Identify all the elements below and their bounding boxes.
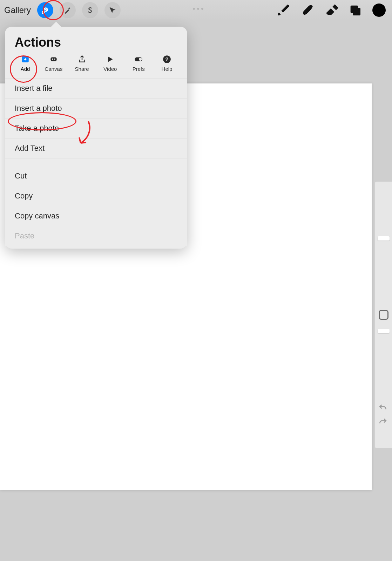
play-icon [105, 55, 115, 64]
menu-cut[interactable]: Cut [5, 166, 187, 186]
svg-rect-3 [50, 58, 56, 61]
tab-label: Prefs [133, 66, 145, 72]
modify-handle-icon[interactable] [193, 8, 203, 10]
cursor-arrow-icon [108, 6, 117, 15]
redo-button[interactable] [376, 415, 390, 429]
share-icon [77, 55, 87, 64]
toggle-icon [133, 55, 144, 64]
menu-insert-photo[interactable]: Insert a photo [5, 98, 187, 118]
menu-add-text[interactable]: Add Text [5, 138, 187, 158]
tab-label: Help [162, 66, 173, 72]
eraser-icon [324, 3, 338, 17]
gallery-button[interactable]: Gallery [4, 5, 31, 15]
tab-prefs[interactable]: Prefs [126, 55, 151, 72]
actions-popover: Actions Add Canvas Share Video Prefs ? H… [5, 27, 187, 249]
adjustments-button[interactable] [60, 2, 76, 18]
tab-share[interactable]: Share [69, 55, 95, 72]
tab-add[interactable]: Add [13, 55, 38, 72]
wand-icon [63, 6, 72, 15]
brush-size-slider[interactable] [378, 184, 389, 302]
eraser-tool-button[interactable] [323, 1, 340, 19]
tab-help[interactable]: ? Help [154, 55, 180, 72]
undo-icon [378, 403, 387, 412]
canvas-crop-icon [48, 55, 59, 64]
redo-icon [378, 417, 387, 426]
layers-icon [348, 3, 362, 17]
color-swatch-icon [372, 4, 386, 17]
undo-redo-group [376, 401, 390, 429]
menu-copy-canvas[interactable]: Copy canvas [5, 206, 187, 226]
svg-point-5 [139, 58, 142, 61]
wrench-icon [41, 6, 50, 15]
popover-title: Actions [5, 27, 187, 55]
menu-paste: Paste [5, 226, 187, 246]
menu-insert-file[interactable]: Insert a file [5, 78, 187, 98]
color-button[interactable] [370, 1, 388, 19]
menu-copy[interactable]: Copy [5, 186, 187, 206]
svg-text:?: ? [165, 56, 168, 62]
tab-label: Share [75, 66, 89, 72]
tab-label: Video [103, 66, 117, 72]
top-toolbar: Gallery [0, 0, 392, 20]
undo-button[interactable] [376, 401, 390, 415]
paintbrush-icon [277, 3, 291, 17]
brush-tool-button[interactable] [275, 1, 292, 19]
tab-video[interactable]: Video [97, 55, 123, 72]
layers-button[interactable] [346, 1, 364, 19]
svg-rect-1 [353, 8, 360, 15]
actions-tabs: Add Canvas Share Video Prefs ? Help [5, 55, 187, 78]
tab-label: Canvas [45, 66, 62, 72]
actions-wrench-button[interactable] [37, 2, 53, 18]
selection-s-icon [86, 6, 95, 15]
menu-take-photo[interactable]: Take a photo [5, 118, 187, 138]
smudge-icon [300, 3, 315, 17]
tab-label: Add [21, 66, 30, 72]
add-image-icon [20, 55, 31, 64]
selection-button[interactable] [82, 2, 98, 18]
smudge-tool-button[interactable] [299, 1, 316, 19]
help-icon: ? [162, 55, 172, 64]
tab-canvas[interactable]: Canvas [41, 55, 66, 72]
modify-square-button[interactable] [379, 310, 388, 320]
transform-button[interactable] [104, 2, 121, 18]
actions-menu: Insert a file Insert a photo Take a phot… [5, 78, 187, 246]
